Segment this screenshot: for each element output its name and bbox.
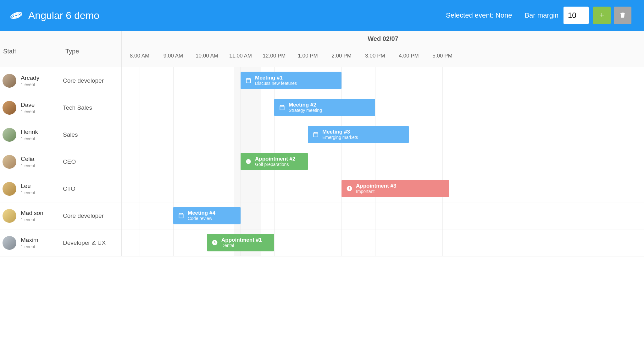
hour-label: 10:00 AM [196,53,218,59]
timeline-grid[interactable]: Meeting #1Discuss new featuresMeeting #2… [122,67,644,256]
timeline-row[interactable]: Appointment #3Important [122,175,644,202]
svg-point-3 [246,159,251,164]
event-subtitle: Dental [221,243,262,248]
staff-name: Celia [21,156,35,162]
event-subtitle: Golf preparations [255,162,295,167]
hour-label: 1:00 PM [298,53,318,59]
staff-row: Madison1 eventCore developer [0,202,121,229]
staff-event-count: 1 event [21,190,35,195]
column-header-type: Type [63,31,121,67]
column-header-staff: Staff [0,31,63,67]
timeline-row[interactable]: Appointment #2Golf preparations [122,148,644,175]
selected-event-prefix: Selected event: [446,11,496,19]
staff-row: Dave1 eventTech Sales [0,94,121,121]
staff-cell: Henrik1 event [0,128,63,142]
staff-name: Lee [21,183,35,189]
event-subtitle: Strategy meeting [289,108,322,113]
event-bar[interactable]: Meeting #3Emerging markets [308,126,409,143]
trash-icon [619,11,626,20]
delete-button[interactable] [614,7,631,24]
timeline-row[interactable]: Meeting #3Emerging markets [122,121,644,148]
avatar [3,101,16,115]
avatar [3,128,16,142]
hour-label: 11:00 AM [229,53,252,59]
svg-rect-8 [349,187,350,189]
staff-name: Dave [21,101,35,108]
staff-event-count: 1 event [21,217,43,222]
clock-icon [211,239,218,246]
app-title: Angular 6 demo [28,10,99,21]
staff-type: Core developer [63,77,121,84]
avatar [3,182,16,196]
staff-row: Arcady1 eventCore developer [0,67,121,94]
staff-cell: Celia1 event [0,155,63,169]
timeline-row[interactable]: Meeting #2Strategy meeting [122,94,644,121]
svg-point-4 [247,161,248,162]
event-bar[interactable]: Appointment #1Dental [207,234,274,251]
timeline-column: Wed 02/07 8:00 AM9:00 AM10:00 AM11:00 AM… [122,31,644,256]
day-label: Wed 02/07 [122,35,644,42]
avatar [3,74,16,88]
calendar-icon [245,77,252,84]
event-title: Meeting #2 [289,102,322,108]
event-bar[interactable]: Appointment #2Golf preparations [241,153,308,170]
alert-icon [346,185,353,192]
logo-icon [9,8,23,22]
staff-type: Developer & UX [63,239,121,246]
plus-icon [598,11,606,20]
staff-cell: Dave1 event [0,101,63,115]
add-button[interactable] [593,7,611,24]
event-bar[interactable]: Meeting #1Discuss new features [241,72,341,89]
event-title: Meeting #4 [188,210,215,216]
staff-type: Tech Sales [63,104,121,111]
event-title: Meeting #1 [255,75,297,81]
event-bar[interactable]: Appointment #3Important [341,180,449,197]
staff-type: CEO [63,158,121,165]
staff-event-count: 1 event [21,82,39,87]
staff-name: Madison [21,210,43,217]
event-bar[interactable]: Meeting #4Code review [173,207,241,224]
svg-point-1 [12,13,21,19]
calendar-icon [312,131,319,138]
hour-label: 5:00 PM [432,53,452,59]
app-header: Angular 6 demo Selected event: None Bar … [0,0,644,31]
staff-cell: Maxim1 event [0,236,63,250]
event-title: Appointment #1 [221,237,262,243]
timeline-row[interactable]: Meeting #4Code review [122,202,644,229]
staff-row: Celia1 eventCEO [0,148,121,175]
event-title: Appointment #3 [356,183,396,189]
staff-type: Sales [63,131,121,138]
scheduler: Staff Type Arcady1 eventCore developerDa… [0,31,644,256]
event-title: Meeting #3 [322,129,358,135]
resource-column: Staff Type Arcady1 eventCore developerDa… [0,31,122,256]
svg-point-0 [10,11,23,20]
golf-icon [245,158,252,165]
hour-label: 9:00 AM [164,53,183,59]
staff-cell: Arcady1 event [0,74,63,88]
svg-point-6 [248,162,249,162]
hour-label: 12:00 PM [263,53,286,59]
staff-cell: Lee1 event [0,182,63,196]
timeline-row[interactable]: Appointment #1Dental [122,229,644,256]
staff-event-count: 1 event [21,163,35,168]
hour-label: 4:00 PM [399,53,419,59]
staff-name: Maxim [21,237,38,244]
staff-cell: Madison1 event [0,209,63,223]
avatar [3,209,16,223]
event-bar[interactable]: Meeting #2Strategy meeting [274,99,375,116]
avatar [3,236,16,250]
barmargin-input[interactable] [564,7,589,24]
staff-event-count: 1 event [21,244,38,249]
event-title: Appointment #2 [255,156,295,162]
selected-event-value: None [496,11,512,19]
svg-rect-9 [349,189,350,190]
timeline-header: Wed 02/07 8:00 AM9:00 AM10:00 AM11:00 AM… [122,31,644,67]
staff-event-count: 1 event [21,136,38,141]
svg-point-5 [249,161,249,161]
staff-name: Henrik [21,129,38,135]
staff-type: Core developer [63,212,121,219]
event-subtitle: Code review [188,216,215,221]
staff-type: CTO [63,185,121,192]
timeline-row[interactable]: Meeting #1Discuss new features [122,67,644,94]
staff-row: Lee1 eventCTO [0,175,121,202]
